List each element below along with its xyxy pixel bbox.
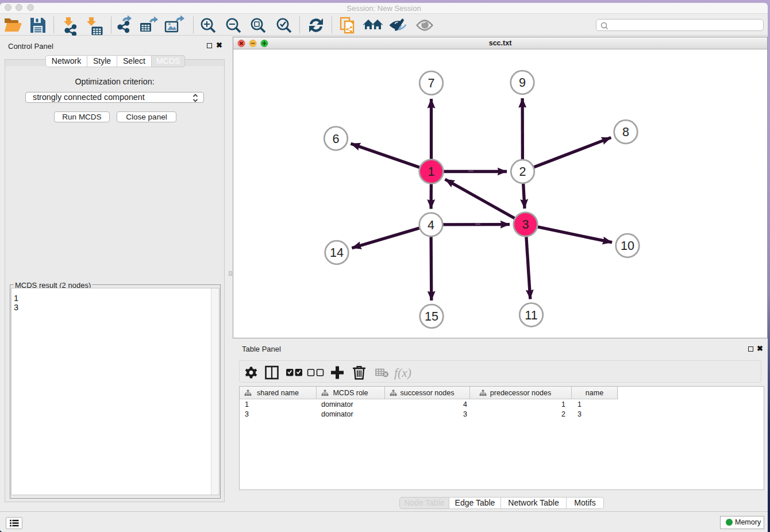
svg-text:2: 2	[519, 165, 526, 179]
svg-text:10: 10	[621, 239, 634, 253]
svg-text:14: 14	[330, 246, 344, 260]
svg-text:7: 7	[428, 76, 435, 90]
svg-text:8: 8	[622, 125, 629, 139]
svg-text:6: 6	[333, 132, 340, 146]
svg-text:3: 3	[522, 218, 529, 232]
svg-text:f(x): f(x)	[394, 366, 411, 380]
svg-text:1: 1	[428, 165, 435, 179]
svg-text:9: 9	[519, 76, 526, 90]
svg-text:4: 4	[428, 218, 434, 232]
svg-text:11: 11	[525, 309, 537, 322]
svg-text:15: 15	[425, 310, 438, 323]
